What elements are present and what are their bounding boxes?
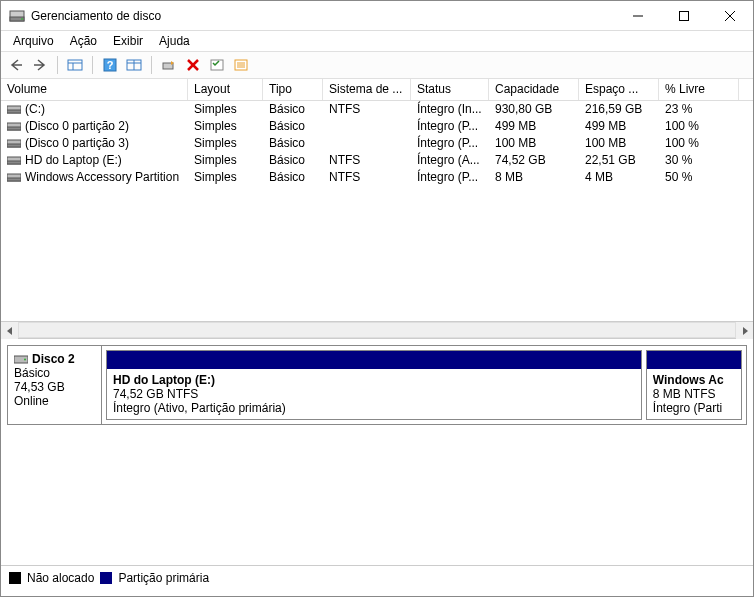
volume-free: 216,59 GB — [579, 101, 659, 118]
volume-capacity: 930,80 GB — [489, 101, 579, 118]
volume-fs — [323, 135, 411, 152]
col-pct[interactable]: % Livre — [659, 79, 739, 100]
toolbar-separator — [57, 56, 58, 74]
list-button[interactable] — [230, 54, 252, 76]
partition-color-bar — [107, 351, 641, 369]
svg-rect-30 — [7, 161, 21, 164]
partition-name: Windows Ac — [653, 373, 735, 387]
table-row[interactable]: HD do Laptop (E:)SimplesBásicoNTFSÍntegr… — [1, 152, 753, 169]
volume-status: Íntegro (A... — [411, 152, 489, 169]
help-button[interactable]: ? — [99, 54, 121, 76]
window-title: Gerenciamento de disco — [31, 9, 615, 23]
svg-rect-7 — [68, 60, 82, 70]
partition[interactable]: HD do Laptop (E:)74,52 GB NTFSÍntegro (A… — [106, 350, 642, 420]
volume-pct: 100 % — [659, 135, 739, 152]
disk-label: Disco 2 — [32, 352, 75, 366]
volume-type: Básico — [263, 101, 323, 118]
col-free[interactable]: Espaço ... — [579, 79, 659, 100]
volume-layout: Simples — [188, 169, 263, 186]
svg-rect-24 — [7, 110, 21, 113]
menu-help[interactable]: Ajuda — [151, 32, 198, 50]
volume-icon — [7, 138, 21, 148]
partition[interactable]: Windows Ac8 MB NTFSÍntegro (Parti — [646, 350, 742, 420]
svg-point-34 — [24, 359, 26, 361]
toolbar-separator — [92, 56, 93, 74]
scroll-track[interactable] — [18, 322, 736, 338]
delete-button[interactable] — [182, 54, 204, 76]
pane-splitter[interactable] — [1, 321, 753, 339]
volume-status: Íntegro (P... — [411, 135, 489, 152]
volume-pct: 30 % — [659, 152, 739, 169]
volume-pct: 50 % — [659, 169, 739, 186]
volume-status: Íntegro (In... — [411, 101, 489, 118]
partition-size: 8 MB NTFS — [653, 387, 735, 401]
volume-rows[interactable]: (C:)SimplesBásicoNTFSÍntegro (In...930,8… — [1, 101, 753, 321]
partition-name: HD do Laptop (E:) — [113, 373, 635, 387]
volume-layout: Simples — [188, 135, 263, 152]
volume-layout: Simples — [188, 118, 263, 135]
swatch-unallocated — [9, 572, 21, 584]
col-capacity[interactable]: Capacidade — [489, 79, 579, 100]
scroll-left-icon[interactable] — [1, 323, 18, 339]
volume-status: Íntegro (P... — [411, 118, 489, 135]
volume-pct: 100 % — [659, 118, 739, 135]
show-hide-console-button[interactable] — [64, 54, 86, 76]
svg-rect-26 — [7, 127, 21, 130]
volume-fs: NTFS — [323, 101, 411, 118]
menu-action[interactable]: Ação — [62, 32, 105, 50]
svg-rect-4 — [680, 11, 689, 20]
volume-free: 22,51 GB — [579, 152, 659, 169]
disk-icon — [14, 354, 28, 364]
legend: Não alocado Partição primária — [1, 565, 753, 589]
volume-icon — [7, 121, 21, 131]
svg-rect-28 — [7, 144, 21, 147]
table-row[interactable]: Windows Accessory PartitionSimplesBásico… — [1, 169, 753, 186]
volume-capacity: 499 MB — [489, 118, 579, 135]
volume-type: Básico — [263, 152, 323, 169]
col-layout[interactable]: Layout — [188, 79, 263, 100]
disk-info[interactable]: Disco 2 Básico 74,53 GB Online — [8, 346, 102, 424]
volume-pct: 23 % — [659, 101, 739, 118]
volume-capacity: 74,52 GB — [489, 152, 579, 169]
table-row[interactable]: (Disco 0 partição 2)SimplesBásicoÍntegro… — [1, 118, 753, 135]
menu-file[interactable]: Arquivo — [5, 32, 62, 50]
svg-rect-32 — [7, 178, 21, 181]
table-row[interactable]: (Disco 0 partição 3)SimplesBásicoÍntegro… — [1, 135, 753, 152]
volume-free: 4 MB — [579, 169, 659, 186]
scroll-right-icon[interactable] — [736, 323, 753, 339]
menu-view[interactable]: Exibir — [105, 32, 151, 50]
refresh-button[interactable] — [158, 54, 180, 76]
minimize-button[interactable] — [615, 1, 661, 31]
disk-graphical-pane: Disco 2 Básico 74,53 GB Online HD do Lap… — [1, 339, 753, 565]
col-volume[interactable]: Volume — [1, 79, 188, 100]
disk-row[interactable]: Disco 2 Básico 74,53 GB Online HD do Lap… — [7, 345, 747, 425]
col-type[interactable]: Tipo — [263, 79, 323, 100]
volume-name: Windows Accessory Partition — [25, 170, 179, 184]
volume-fs — [323, 118, 411, 135]
settings-button[interactable] — [123, 54, 145, 76]
volume-capacity: 100 MB — [489, 135, 579, 152]
properties-button[interactable] — [206, 54, 228, 76]
partition-status: Íntegro (Ativo, Partição primária) — [113, 401, 635, 415]
volume-name: (Disco 0 partição 2) — [25, 119, 129, 133]
volume-type: Básico — [263, 135, 323, 152]
app-icon — [9, 8, 25, 24]
partitions-container: HD do Laptop (E:)74,52 GB NTFSÍntegro (A… — [102, 346, 746, 424]
volume-icon — [7, 172, 21, 182]
back-button[interactable] — [5, 54, 27, 76]
volume-layout: Simples — [188, 101, 263, 118]
volume-free: 499 MB — [579, 118, 659, 135]
volume-icon — [7, 104, 21, 114]
col-status[interactable]: Status — [411, 79, 489, 100]
maximize-button[interactable] — [661, 1, 707, 31]
forward-button[interactable] — [29, 54, 51, 76]
disk-status: Online — [14, 394, 95, 408]
svg-point-2 — [21, 18, 23, 20]
partition-size: 74,52 GB NTFS — [113, 387, 635, 401]
volume-layout: Simples — [188, 152, 263, 169]
disk-type: Básico — [14, 366, 95, 380]
partition-color-bar — [647, 351, 741, 369]
col-filesystem[interactable]: Sistema de ... — [323, 79, 411, 100]
table-row[interactable]: (C:)SimplesBásicoNTFSÍntegro (In...930,8… — [1, 101, 753, 118]
close-button[interactable] — [707, 1, 753, 31]
